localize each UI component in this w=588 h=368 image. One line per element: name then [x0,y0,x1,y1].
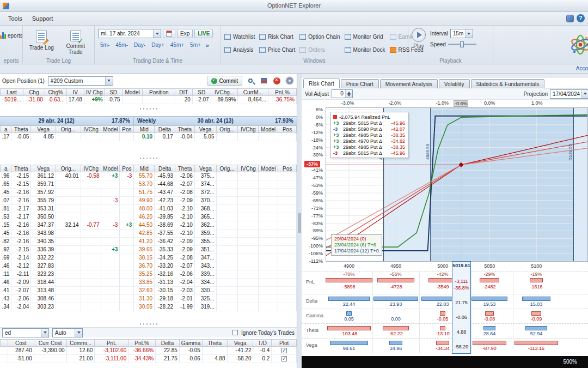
expiry-left[interactable]: 29 abr. 24 (12) 17.87% [0,117,134,125]
plot-checkbox[interactable] [281,348,287,353]
cell: -39.85 [155,213,175,221]
help-icon[interactable]: ? [577,14,585,22]
cell: .82 [1,238,11,246]
greek-value: 52.94 [512,331,561,336]
commit-trade-button[interactable]: Commit Trade [60,28,91,57]
tab-price-chart[interactable]: Price Chart [341,79,379,88]
option-chain-row[interactable]: .82-2.16340.3541.20-36.42-2.09355... [1,238,297,246]
cell: 20 [175,96,193,104]
auto-select[interactable]: Auto [52,328,83,337]
option-chain-row[interactable]: .92-2.15336.39+339.65-35.33-2.09351... [1,246,297,254]
option-chain-row[interactable]: .34-2.04303.2330.05-28.22-1.99319... [1,303,297,311]
play-button[interactable] [412,28,426,42]
cell [120,303,134,311]
totals-row[interactable]: 287.40-3,390.0012.60-3,102.60-36.66%22.8… [1,347,297,355]
position-filter-select[interactable]: ed [2,328,49,337]
tab-statistics-fundamentals[interactable]: Statistics & Fundamentals [471,79,545,88]
tab-risk-chart[interactable]: Risk Chart [303,79,340,88]
dropdown-arrow-icon[interactable] [41,329,48,337]
option-chain-row[interactable]: .46-2.09318.4433.85-31.13-2.04334... [1,279,297,287]
chart-legend[interactable]: -2,075.94 Realized PnL+329abr. 5015 Put … [330,112,408,158]
window-toggle-monitor-grid[interactable]: Monitor Grid [345,34,385,40]
cell: -2.03 [175,287,195,295]
interval-select[interactable]: 15m [450,29,473,38]
greek-value: 19.53 [465,301,514,307]
option-chain-row[interactable]: .07-2.16355.79-349.90-42.23-2.09370... [1,197,297,205]
window-toggle-analysis[interactable]: Analysis [224,47,255,53]
calendar-button[interactable] [163,29,175,38]
cell [278,262,297,270]
risk-panel: Risk ChartPrice ChartMovement AnalysisVo… [302,74,588,368]
trade-log-button[interactable]: Trade Log [26,28,57,57]
step-button-day-[interactable]: Day- [132,41,148,49]
cell [272,347,297,355]
trading-date-input[interactable]: mi. 17 abr. 2024 [98,29,161,38]
option-chain-row[interactable]: .11-2.11323.2335.25-32.16-2.06339... [1,270,297,279]
dropdown-arrow-icon[interactable] [105,77,113,85]
window-toggle-option-chain[interactable]: Option Chain [299,34,340,40]
splitter-handle[interactable] [0,107,297,110]
scrollbar-thumb[interactable] [298,213,301,233]
window-toggle-risk-chart[interactable]: Risk Chart [259,34,295,40]
reports-button[interactable]: eports [0,32,19,39]
option-chain-row[interactable]: .46-2.12327.8336.70-33.20-2.07343... [1,262,297,270]
table-row[interactable]: 5019...-31.80-0.63...17.48+9%-0.7520-2.0… [1,96,297,104]
tab-movement-analysis[interactable]: Movement Analysis [380,79,438,88]
option-chain-row[interactable]: .45-2.16357.9251.75-43.47-2.08372... [1,189,297,197]
gear-icon[interactable] [285,76,295,86]
cell [259,303,278,311]
slider-thumb[interactable] [460,41,464,47]
zoom-icon[interactable] [246,76,255,86]
step-button-45m-[interactable]: 45m+ [168,41,186,49]
splitter-handle[interactable] [0,322,297,325]
date-legend[interactable]: 29/04/2024 (0)23/04/2024 (6) T+617/04/20… [331,234,382,256]
step-button-day-[interactable]: Day+ [149,41,167,49]
panel-splitter[interactable] [297,74,302,368]
option-chain-row[interactable]: .43-2.06308.4631.30-29.18-2.01325... [1,295,297,303]
commit-button[interactable]: Commit [207,76,242,86]
column-header: a [1,126,11,133]
dropdown-arrow-icon[interactable] [75,329,82,337]
theme-icon[interactable] [566,15,574,22]
greek-bar [485,311,494,316]
legend-leg: -329abr. 5015 Put Δ-45.96 [333,150,405,156]
data-table: CostCurr CostCommi...PnLPnL%DeltaGammaTh… [0,339,297,363]
speed-slider[interactable] [448,44,476,45]
close-icon[interactable] [272,76,281,86]
ignore-trades-checkbox[interactable] [232,330,238,335]
option-chain-row[interactable]: .41-2.07313.4832.60-30.15-2.03330... [1,287,297,295]
projection-input[interactable]: 17/04/2024 [550,89,588,99]
menu-item-tools[interactable]: Tools [3,14,27,23]
option-chain-row[interactable]: .81-2.17353.3148.00-41.03-2.10368... [1,205,297,213]
window-toggle-monitor-dock[interactable]: Monitor Dock [345,47,385,53]
more-steps-button[interactable]: » [205,42,210,49]
vol-adjust-spinner[interactable]: 0 [332,89,353,98]
live-button[interactable]: LIVE [194,29,213,38]
option-chain-row[interactable]: .53-2.17350.5046.20-39.85-2.10365... [1,213,297,221]
option-chain-row[interactable]: .17-0.054.850.100.17-0.045.05 [1,133,297,141]
step-button-45m-[interactable]: 45m- [113,41,130,49]
expiry-right[interactable]: Weekly 30 abr. 24 (13) 17.93% [134,117,297,125]
position-selector[interactable]: #209 Custom [48,76,113,86]
splitter-handle[interactable] [0,156,297,160]
plot-checkbox[interactable] [281,356,287,361]
step-button-5m-[interactable]: 5m+ [188,41,203,49]
spinner-arrows-icon[interactable] [345,90,352,98]
exp-button[interactable]: Exp [177,29,193,38]
step-button-5m-[interactable]: 5m- [98,41,112,49]
option-chain-row[interactable]: .15-2.16347.3732.14-0.77-3+344.50-38.69-… [1,221,297,230]
window-toggle-price-chart[interactable]: Price Chart [259,47,295,53]
tab-volatility[interactable]: Volatility [439,79,470,88]
dropdown-arrow-icon[interactable] [465,29,473,38]
dropdown-arrow-icon[interactable] [581,90,588,98]
dropdown-arrow-icon[interactable] [153,29,161,38]
menu-item-support[interactable]: Support [27,14,58,23]
option-chain-row[interactable]: .96-2.15361.1240.01-0.58+3-355.70-45.93-… [1,172,297,180]
account-tab[interactable]: Account [576,65,588,71]
option-chain-row[interactable]: .45-2.16343.9842.85-37.55-2.10359... [1,230,297,238]
option-chain-row[interactable]: .69-2.14332.2238.15-34.25-2.08347... [1,254,297,262]
grid-icon[interactable] [259,76,268,86]
totals-row[interactable]: -51.0021.00-3,111.00-34.43%21.75-0.064.8… [1,355,297,363]
option-chain-row[interactable]: .65-2.15359.7153.70-44.68-2.07374... [1,180,297,189]
window-toggle-watchlist[interactable]: Watchlist [224,34,255,40]
